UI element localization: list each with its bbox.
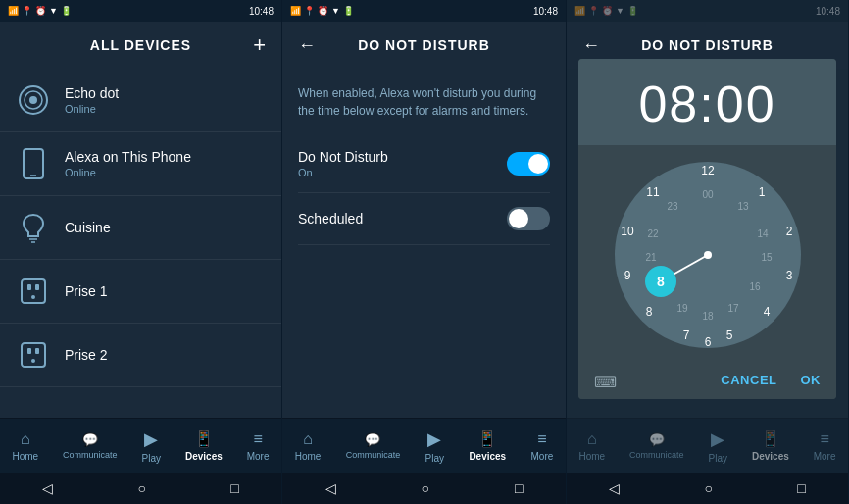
ok-button[interactable]: OK bbox=[801, 373, 822, 391]
time-display-1: 10:48 bbox=[249, 6, 274, 17]
sys-home-2[interactable]: ○ bbox=[422, 480, 429, 496]
svg-text:00: 00 bbox=[702, 189, 714, 200]
nav-play-2[interactable]: ▶ Play bbox=[418, 425, 452, 468]
prise2-icon bbox=[16, 337, 51, 373]
scheduled-setting-row[interactable]: Scheduled bbox=[298, 193, 550, 245]
nav-home-3[interactable]: ⌂ Home bbox=[571, 427, 613, 466]
svg-point-2 bbox=[29, 96, 37, 104]
dnd-row-left: Do Not Disturb On bbox=[298, 149, 388, 178]
devices-nav-label: Devices bbox=[185, 451, 223, 462]
keyboard-button[interactable]: ⌨ bbox=[594, 373, 617, 391]
nav-home-1[interactable]: ⌂ Home bbox=[4, 427, 46, 466]
alexa-phone-name: Alexa on This Phone bbox=[65, 149, 191, 165]
cancel-button[interactable]: CANCEL bbox=[721, 373, 776, 391]
device-item-alexa-phone[interactable]: Alexa on This Phone Online bbox=[0, 132, 281, 196]
status-icons-left: 📶 📍 ⏰ ▼ 🔋 bbox=[8, 6, 72, 16]
svg-text:1: 1 bbox=[758, 185, 765, 199]
alarm-icon: ⏰ bbox=[35, 6, 46, 16]
home-nav-label-2: Home bbox=[295, 451, 322, 462]
sys-recent-3[interactable]: □ bbox=[797, 480, 805, 496]
sys-recent-2[interactable]: □ bbox=[515, 480, 523, 496]
clock-face-svg[interactable]: 12 1 2 3 4 5 6 7 8 9 10 11 00 13 14 15 1… bbox=[610, 157, 806, 353]
alarm-icon-2: ⏰ bbox=[318, 6, 328, 16]
dnd-setting-row[interactable]: Do Not Disturb On bbox=[298, 135, 550, 193]
dnd-title: DO NOT DISTURB bbox=[322, 37, 526, 53]
nav-more-2[interactable]: ≡ More bbox=[524, 427, 562, 466]
svg-text:12: 12 bbox=[701, 164, 715, 177]
sys-back-3[interactable]: ◁ bbox=[609, 480, 620, 496]
prise1-icon bbox=[16, 274, 51, 309]
play-nav-icon-3: ▶ bbox=[711, 428, 724, 450]
svg-text:3: 3 bbox=[785, 269, 792, 282]
play-nav-icon: ▶ bbox=[144, 428, 158, 450]
status-icons-left-2: 📶 📍 ⏰ ▼ 🔋 bbox=[290, 6, 354, 16]
svg-rect-12 bbox=[22, 343, 45, 367]
panel-all-devices: 📶 📍 ⏰ ▼ 🔋 10:48 ← ALL DEVICES + Echo dot bbox=[0, 0, 282, 504]
battery-icon: 🔋 bbox=[61, 6, 72, 16]
echo-dot-icon bbox=[16, 82, 51, 118]
clock-container[interactable]: 12 1 2 3 4 5 6 7 8 9 10 11 00 13 14 15 1… bbox=[578, 145, 836, 365]
battery-icon-2: 🔋 bbox=[343, 6, 354, 16]
nav-devices-1[interactable]: 📱 Devices bbox=[177, 426, 230, 466]
nav-more-1[interactable]: ≡ More bbox=[239, 427, 277, 466]
back-button-3[interactable]: ← bbox=[582, 35, 606, 56]
svg-text:23: 23 bbox=[667, 201, 678, 212]
home-nav-label: Home bbox=[12, 451, 38, 462]
svg-text:9: 9 bbox=[624, 269, 630, 282]
more-nav-label-3: More bbox=[814, 451, 836, 462]
bottom-nav-3: ⌂ Home 💬 Communicate ▶ Play 📱 Devices ≡ … bbox=[567, 418, 848, 473]
time-display-header: 08:00 bbox=[578, 59, 836, 145]
sys-back-1[interactable]: ◁ bbox=[42, 480, 53, 496]
more-nav-icon: ≡ bbox=[253, 430, 262, 448]
device-item-prise2[interactable]: Prise 2 bbox=[0, 324, 281, 387]
home-nav-icon: ⌂ bbox=[21, 430, 30, 448]
play-nav-icon-2: ▶ bbox=[427, 428, 441, 450]
svg-text:21: 21 bbox=[645, 252, 657, 263]
device-item-prise1[interactable]: Prise 1 bbox=[0, 260, 281, 324]
sys-home-3[interactable]: ○ bbox=[705, 480, 713, 496]
svg-text:7: 7 bbox=[682, 328, 689, 342]
svg-text:18: 18 bbox=[702, 311, 714, 322]
scheduled-row-left: Scheduled bbox=[298, 211, 363, 227]
nav-play-1[interactable]: ▶ Play bbox=[134, 425, 169, 468]
dnd-toggle[interactable] bbox=[507, 152, 550, 176]
svg-text:14: 14 bbox=[757, 228, 769, 239]
sys-recent-1[interactable]: □ bbox=[230, 480, 238, 496]
sys-nav-3: ◁ ○ □ bbox=[567, 473, 848, 504]
svg-point-11 bbox=[31, 295, 35, 299]
communicate-nav-icon-3: 💬 bbox=[649, 432, 665, 447]
device-item-echo-dot[interactable]: Echo dot Online bbox=[0, 69, 281, 132]
sys-back-2[interactable]: ◁ bbox=[325, 480, 336, 496]
svg-rect-9 bbox=[27, 284, 31, 290]
communicate-nav-icon-2: 💬 bbox=[365, 432, 380, 447]
device-item-cuisine[interactable]: Cuisine bbox=[0, 196, 281, 260]
nav-communicate-2[interactable]: 💬 Communicate bbox=[338, 428, 409, 464]
cuisine-info: Cuisine bbox=[65, 220, 111, 235]
nav-communicate-1[interactable]: 💬 Communicate bbox=[55, 428, 125, 464]
nav-communicate-3[interactable]: 💬 Communicate bbox=[622, 428, 692, 464]
nav-devices-3[interactable]: 📱 Devices bbox=[744, 426, 797, 466]
back-button-2[interactable]: ← bbox=[298, 35, 322, 56]
bottom-nav-1: ⌂ Home 💬 Communicate ▶ Play 📱 Devices ≡ … bbox=[0, 418, 281, 473]
svg-text:4: 4 bbox=[763, 305, 770, 319]
dnd-toggle-knob bbox=[528, 154, 548, 174]
time-picker-dialog: 08:00 12 1 2 3 4 5 6 7 8 9 10 11 00 bbox=[578, 59, 836, 399]
nav-play-3[interactable]: ▶ Play bbox=[701, 425, 735, 468]
add-device-button[interactable]: + bbox=[242, 32, 266, 58]
svg-rect-3 bbox=[24, 149, 43, 178]
all-devices-title: ALL DEVICES bbox=[39, 37, 242, 53]
svg-point-15 bbox=[31, 359, 35, 363]
header-2: ← DO NOT DISTURB bbox=[282, 22, 566, 69]
svg-text:16: 16 bbox=[749, 281, 761, 292]
sys-home-1[interactable]: ○ bbox=[138, 480, 146, 496]
nav-home-2[interactable]: ⌂ Home bbox=[287, 427, 329, 466]
status-bar-1: 📶 📍 ⏰ ▼ 🔋 10:48 bbox=[0, 0, 281, 22]
scheduled-toggle[interactable] bbox=[507, 207, 550, 230]
svg-rect-13 bbox=[27, 348, 31, 354]
svg-rect-10 bbox=[35, 284, 39, 290]
svg-text:8: 8 bbox=[645, 305, 652, 319]
devices-nav-icon: 📱 bbox=[194, 429, 214, 448]
nav-more-3[interactable]: ≡ More bbox=[806, 427, 844, 466]
settings-section-2: When enabled, Alexa won't disturb you du… bbox=[282, 69, 566, 253]
nav-devices-2[interactable]: 📱 Devices bbox=[461, 426, 514, 466]
